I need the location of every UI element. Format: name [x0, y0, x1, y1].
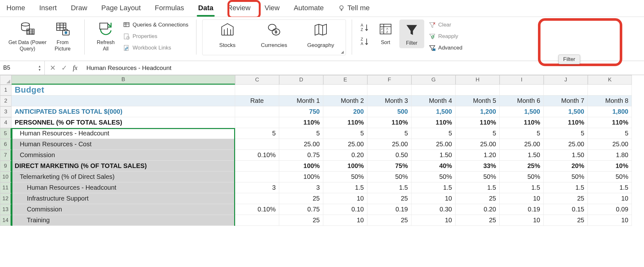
cell[interactable]	[12, 95, 235, 106]
row-header[interactable]: 11	[0, 182, 12, 193]
cell[interactable]: 25%	[500, 161, 544, 172]
cell[interactable]: 50%	[500, 172, 544, 182]
select-all-corner[interactable]	[0, 75, 12, 85]
row-header[interactable]: 3	[0, 106, 12, 117]
cell[interactable]: 0.30	[411, 204, 456, 215]
tab-home[interactable]: Home	[6, 4, 25, 12]
cell[interactable]: 1,200	[456, 106, 500, 117]
col-header[interactable]: J	[544, 75, 588, 85]
cell[interactable]: 0.19	[500, 204, 544, 215]
queries-connections-button[interactable]: Queries & Connections	[121, 20, 190, 30]
workbook-links-button[interactable]: Workbook Links	[121, 43, 190, 53]
cell[interactable]: 50%	[323, 172, 367, 182]
tab-automate[interactable]: Automate	[294, 4, 324, 12]
cell[interactable]: 110%	[367, 117, 411, 128]
cell[interactable]: 33%	[456, 161, 500, 172]
cancel-formula-icon[interactable]: ✕	[50, 64, 56, 72]
cell[interactable]: 25.00	[367, 139, 411, 150]
col-header[interactable]: K	[588, 75, 632, 85]
cell[interactable]: 25	[544, 193, 588, 204]
cell[interactable]: 5	[588, 128, 632, 139]
data-type-currencies[interactable]: Currencies	[258, 22, 290, 49]
cell[interactable]: 25	[456, 193, 500, 204]
col-header[interactable]: B	[12, 75, 235, 85]
cell[interactable]: 10	[411, 215, 456, 226]
row-header[interactable]: 5	[0, 128, 12, 139]
sort-desc-icon[interactable]: ZA	[360, 37, 370, 46]
cell[interactable]: 0.10	[323, 204, 367, 215]
cell[interactable]: 110%	[279, 117, 323, 128]
cell[interactable]: 1.5	[544, 182, 588, 193]
filter-reapply-button[interactable]: Reapply	[427, 32, 464, 41]
cell[interactable]	[235, 172, 279, 182]
cell[interactable]: 25.00	[411, 139, 456, 150]
col-header[interactable]: E	[323, 75, 367, 85]
cell[interactable]: 5	[279, 128, 323, 139]
refresh-all-button[interactable]: Refresh All	[90, 19, 121, 52]
row-header[interactable]: 7	[0, 150, 12, 161]
cell[interactable]: 0.10%	[235, 150, 279, 161]
cell[interactable]: 110%	[544, 117, 588, 128]
cell[interactable]: Human Resources - Cost	[12, 139, 235, 150]
cell-title[interactable]: Budget	[12, 85, 235, 95]
cell[interactable]: 0.09	[588, 204, 632, 215]
cell[interactable]: 1.5	[367, 182, 411, 193]
fx-icon[interactable]: fx	[73, 64, 77, 72]
cell[interactable]: 1.5	[323, 182, 367, 193]
cell[interactable]: 100%	[279, 161, 323, 172]
cell[interactable]: 25.00	[456, 139, 500, 150]
cell[interactable]: 25	[279, 193, 323, 204]
row-header[interactable]: 4	[0, 117, 12, 128]
cell[interactable]: 100%	[279, 172, 323, 182]
row-header[interactable]: 2	[0, 95, 12, 106]
cell[interactable]: 3	[279, 182, 323, 193]
cell[interactable]: 1.5	[411, 182, 456, 193]
cell[interactable]: Commission	[12, 204, 235, 215]
cell[interactable]: Rate	[235, 95, 279, 106]
data-type-stocks[interactable]: Stocks	[211, 22, 243, 49]
cell[interactable]: 1.50	[411, 150, 456, 161]
row-header[interactable]: 12	[0, 193, 12, 204]
cell[interactable]: 1.5	[588, 182, 632, 193]
properties-button[interactable]: Properties	[121, 32, 190, 41]
cell[interactable]	[235, 193, 279, 204]
cell[interactable]: Infrastructure Support	[12, 193, 235, 204]
cell[interactable]: 50%	[544, 172, 588, 182]
cell[interactable]: 25	[544, 215, 588, 226]
accept-formula-icon[interactable]: ✓	[61, 64, 67, 72]
cell[interactable]: 10	[500, 215, 544, 226]
data-type-geography[interactable]: Geography	[305, 22, 337, 49]
cell[interactable]: 500	[367, 106, 411, 117]
cell[interactable]	[235, 215, 279, 226]
col-header[interactable]: D	[279, 75, 323, 85]
cell[interactable]: 0.50	[367, 150, 411, 161]
tab-tellme[interactable]: Tell me	[338, 4, 370, 12]
cell[interactable]: 1.50	[544, 150, 588, 161]
cell[interactable]: 25.00	[500, 139, 544, 150]
row-header[interactable]: 9	[0, 161, 12, 172]
cell[interactable]: Training	[12, 215, 235, 226]
cell[interactable]: 110%	[323, 117, 367, 128]
get-data-button[interactable]: Get Data (Power Query)	[8, 19, 47, 52]
cell[interactable]: 50%	[456, 172, 500, 182]
cell[interactable]: 110%	[411, 117, 456, 128]
tab-draw[interactable]: Draw	[71, 4, 87, 12]
tab-formulas[interactable]: Formulas	[155, 4, 184, 12]
cell[interactable]: 1.20	[456, 150, 500, 161]
cell[interactable]: Month 3	[367, 95, 411, 106]
cell[interactable]: 10	[500, 193, 544, 204]
cell[interactable]: 0.75	[279, 204, 323, 215]
spreadsheet-grid[interactable]: B C D E F G H I J K 1 Budget 2 Rate Mont…	[0, 75, 644, 226]
cell[interactable]: 50%	[588, 172, 632, 182]
tab-insert[interactable]: Insert	[39, 4, 57, 12]
cell[interactable]	[235, 139, 279, 150]
filter-clear-button[interactable]: Clear	[427, 20, 464, 30]
col-header[interactable]: C	[235, 75, 279, 85]
cell[interactable]: PERSONNEL (% OF TOTAL SALES)	[12, 117, 235, 128]
cell[interactable]: 10	[323, 215, 367, 226]
cell[interactable]: Commission	[12, 150, 235, 161]
tab-data[interactable]: Data	[198, 4, 213, 12]
cell[interactable]: 10	[323, 193, 367, 204]
cell[interactable]: 1.5	[456, 182, 500, 193]
cell[interactable]: 10%	[588, 161, 632, 172]
